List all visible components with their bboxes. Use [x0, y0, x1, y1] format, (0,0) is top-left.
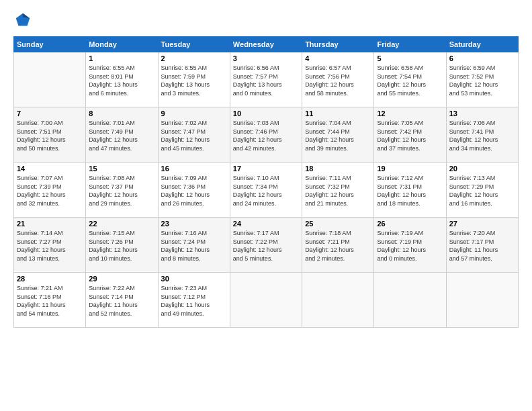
day-number: 28 [17, 275, 83, 283]
calendar: SundayMondayTuesdayWednesdayThursdayFrid… [13, 36, 519, 328]
calendar-cell: 1Sunrise: 6:55 AM Sunset: 8:01 PM Daylig… [86, 52, 158, 107]
calendar-cell: 17Sunrise: 7:10 AM Sunset: 7:34 PM Dayli… [230, 163, 302, 218]
logo [13, 11, 35, 30]
day-info: Sunrise: 6:59 AM Sunset: 7:52 PM Dayligh… [449, 64, 515, 97]
day-info: Sunrise: 7:07 AM Sunset: 7:39 PM Dayligh… [17, 174, 83, 208]
day-info: Sunrise: 7:05 AM Sunset: 7:42 PM Dayligh… [377, 119, 443, 152]
calendar-cell: 26Sunrise: 7:19 AM Sunset: 7:19 PM Dayli… [374, 218, 446, 273]
day-info: Sunrise: 7:14 AM Sunset: 7:27 PM Dayligh… [17, 229, 83, 263]
day-number: 12 [377, 109, 443, 118]
day-number: 25 [305, 220, 371, 228]
day-info: Sunrise: 6:56 AM Sunset: 7:57 PM Dayligh… [233, 64, 299, 97]
day-info: Sunrise: 7:23 AM Sunset: 7:12 PM Dayligh… [161, 284, 227, 318]
day-info: Sunrise: 7:09 AM Sunset: 7:36 PM Dayligh… [161, 174, 227, 208]
day-number: 18 [305, 165, 371, 173]
calendar-cell: 12Sunrise: 7:05 AM Sunset: 7:42 PM Dayli… [374, 107, 446, 163]
day-number: 16 [161, 165, 227, 173]
calendar-cell: 16Sunrise: 7:09 AM Sunset: 7:36 PM Dayli… [158, 163, 230, 218]
day-info: Sunrise: 7:19 AM Sunset: 7:19 PM Dayligh… [377, 229, 443, 263]
day-info: Sunrise: 7:01 AM Sunset: 7:49 PM Dayligh… [89, 119, 154, 152]
day-number: 13 [449, 109, 515, 118]
day-info: Sunrise: 6:55 AM Sunset: 8:01 PM Dayligh… [89, 64, 154, 97]
calendar-cell: 29Sunrise: 7:22 AM Sunset: 7:14 PM Dayli… [86, 273, 158, 328]
day-info: Sunrise: 7:15 AM Sunset: 7:26 PM Dayligh… [89, 229, 154, 263]
day-info: Sunrise: 7:11 AM Sunset: 7:32 PM Dayligh… [305, 174, 371, 208]
calendar-cell [374, 273, 446, 328]
calendar-cell: 27Sunrise: 7:20 AM Sunset: 7:17 PM Dayli… [446, 218, 518, 273]
day-info: Sunrise: 7:16 AM Sunset: 7:24 PM Dayligh… [161, 229, 227, 263]
calendar-cell: 22Sunrise: 7:15 AM Sunset: 7:26 PM Dayli… [86, 218, 158, 273]
calendar-cell: 5Sunrise: 6:58 AM Sunset: 7:54 PM Daylig… [374, 52, 446, 107]
day-info: Sunrise: 7:04 AM Sunset: 7:44 PM Dayligh… [305, 119, 371, 152]
day-number: 29 [89, 275, 154, 283]
day-info: Sunrise: 7:00 AM Sunset: 7:51 PM Dayligh… [17, 119, 83, 152]
day-info: Sunrise: 7:22 AM Sunset: 7:14 PM Dayligh… [89, 284, 154, 318]
day-info: Sunrise: 7:18 AM Sunset: 7:21 PM Dayligh… [305, 229, 371, 263]
calendar-week-2: 7Sunrise: 7:00 AM Sunset: 7:51 PM Daylig… [14, 107, 519, 163]
calendar-cell: 3Sunrise: 6:56 AM Sunset: 7:57 PM Daylig… [230, 52, 302, 107]
day-number: 26 [377, 220, 443, 228]
calendar-cell: 14Sunrise: 7:07 AM Sunset: 7:39 PM Dayli… [14, 163, 86, 218]
day-number: 3 [233, 54, 299, 62]
calendar-cell: 13Sunrise: 7:06 AM Sunset: 7:41 PM Dayli… [446, 107, 518, 163]
calendar-cell [446, 273, 518, 328]
day-number: 10 [233, 109, 299, 118]
calendar-cell: 6Sunrise: 6:59 AM Sunset: 7:52 PM Daylig… [446, 52, 518, 107]
calendar-week-3: 14Sunrise: 7:07 AM Sunset: 7:39 PM Dayli… [14, 163, 519, 218]
day-info: Sunrise: 7:13 AM Sunset: 7:29 PM Dayligh… [449, 174, 515, 208]
calendar-header-sunday: Sunday [14, 37, 86, 52]
calendar-cell: 2Sunrise: 6:55 AM Sunset: 7:59 PM Daylig… [158, 52, 230, 107]
calendar-cell: 24Sunrise: 7:17 AM Sunset: 7:22 PM Dayli… [230, 218, 302, 273]
day-number: 4 [305, 54, 371, 62]
calendar-cell: 4Sunrise: 6:57 AM Sunset: 7:56 PM Daylig… [302, 52, 374, 107]
day-number: 1 [89, 54, 154, 62]
calendar-header-row: SundayMondayTuesdayWednesdayThursdayFrid… [14, 37, 519, 52]
day-number: 23 [161, 220, 227, 228]
calendar-cell: 23Sunrise: 7:16 AM Sunset: 7:24 PM Dayli… [158, 218, 230, 273]
calendar-cell: 25Sunrise: 7:18 AM Sunset: 7:21 PM Dayli… [302, 218, 374, 273]
calendar-cell: 30Sunrise: 7:23 AM Sunset: 7:12 PM Dayli… [158, 273, 230, 328]
page: SundayMondayTuesdayWednesdayThursdayFrid… [0, 0, 532, 411]
day-number: 11 [305, 109, 371, 118]
calendar-cell: 20Sunrise: 7:13 AM Sunset: 7:29 PM Dayli… [446, 163, 518, 218]
day-info: Sunrise: 6:55 AM Sunset: 7:59 PM Dayligh… [161, 64, 227, 97]
calendar-cell: 19Sunrise: 7:12 AM Sunset: 7:31 PM Dayli… [374, 163, 446, 218]
calendar-cell: 18Sunrise: 7:11 AM Sunset: 7:32 PM Dayli… [302, 163, 374, 218]
day-info: Sunrise: 7:02 AM Sunset: 7:47 PM Dayligh… [161, 119, 227, 152]
calendar-cell: 7Sunrise: 7:00 AM Sunset: 7:51 PM Daylig… [14, 107, 86, 163]
calendar-week-4: 21Sunrise: 7:14 AM Sunset: 7:27 PM Dayli… [14, 218, 519, 273]
day-number: 20 [449, 165, 515, 173]
calendar-cell: 8Sunrise: 7:01 AM Sunset: 7:49 PM Daylig… [86, 107, 158, 163]
calendar-header-monday: Monday [86, 37, 158, 52]
calendar-cell [14, 52, 86, 107]
day-info: Sunrise: 7:10 AM Sunset: 7:34 PM Dayligh… [233, 174, 299, 208]
day-info: Sunrise: 6:58 AM Sunset: 7:54 PM Dayligh… [377, 64, 443, 97]
day-number: 19 [377, 165, 443, 173]
calendar-cell: 11Sunrise: 7:04 AM Sunset: 7:44 PM Dayli… [302, 107, 374, 163]
day-number: 6 [449, 54, 515, 62]
day-number: 21 [17, 220, 83, 228]
calendar-cell [302, 273, 374, 328]
calendar-header-saturday: Saturday [446, 37, 518, 52]
calendar-cell: 21Sunrise: 7:14 AM Sunset: 7:27 PM Dayli… [14, 218, 86, 273]
day-info: Sunrise: 7:06 AM Sunset: 7:41 PM Dayligh… [449, 119, 515, 152]
header [13, 11, 519, 30]
calendar-cell: 28Sunrise: 7:21 AM Sunset: 7:16 PM Dayli… [14, 273, 86, 328]
day-info: Sunrise: 7:21 AM Sunset: 7:16 PM Dayligh… [17, 284, 83, 318]
calendar-cell: 15Sunrise: 7:08 AM Sunset: 7:37 PM Dayli… [86, 163, 158, 218]
day-number: 17 [233, 165, 299, 173]
calendar-week-1: 1Sunrise: 6:55 AM Sunset: 8:01 PM Daylig… [14, 52, 519, 107]
day-info: Sunrise: 7:17 AM Sunset: 7:22 PM Dayligh… [233, 229, 299, 263]
day-info: Sunrise: 7:08 AM Sunset: 7:37 PM Dayligh… [89, 174, 154, 208]
day-number: 5 [377, 54, 443, 62]
day-info: Sunrise: 6:57 AM Sunset: 7:56 PM Dayligh… [305, 64, 371, 97]
calendar-header-friday: Friday [374, 37, 446, 52]
day-info: Sunrise: 7:20 AM Sunset: 7:17 PM Dayligh… [449, 229, 515, 263]
day-number: 7 [17, 109, 83, 118]
day-number: 24 [233, 220, 299, 228]
calendar-cell: 9Sunrise: 7:02 AM Sunset: 7:47 PM Daylig… [158, 107, 230, 163]
day-info: Sunrise: 7:03 AM Sunset: 7:46 PM Dayligh… [233, 119, 299, 152]
day-number: 30 [161, 275, 227, 283]
day-number: 22 [89, 220, 154, 228]
day-number: 15 [89, 165, 154, 173]
